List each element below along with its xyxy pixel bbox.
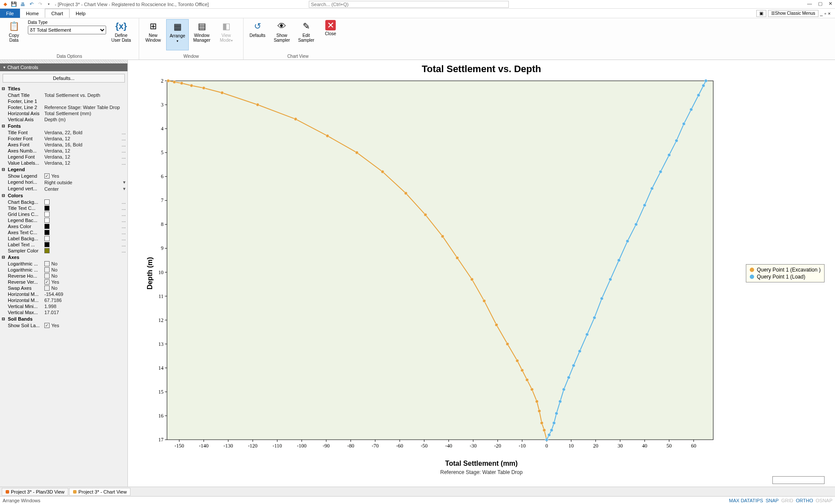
prop-value[interactable]: Verdana, 12	[44, 160, 120, 166]
prop-value[interactable]: Total Settlement vs. Depth	[44, 93, 126, 98]
status-snap[interactable]: SNAP	[765, 498, 778, 503]
prop-value[interactable]	[44, 199, 120, 205]
defaults-button[interactable]: ↺ Defaults	[246, 19, 269, 50]
prop-value[interactable]: Reference Stage: Water Table Drop	[44, 105, 126, 110]
checkbox-icon[interactable]	[44, 173, 50, 179]
prop-value[interactable]: Verdana, 12	[44, 154, 120, 159]
cat-colors[interactable]: Colors	[2, 192, 126, 199]
show-sampler-button[interactable]: 👁 Show Sampler	[271, 19, 293, 50]
minimize-icon[interactable]: —	[807, 1, 812, 7]
property-grid[interactable]: Titles Chart TitleTotal Settlement vs. D…	[0, 85, 127, 487]
qat-dropdown-icon[interactable]: ▾	[45, 1, 52, 8]
close-icon[interactable]: ✕	[828, 1, 832, 7]
data-type-select[interactable]: δT Total Settlement	[28, 26, 106, 34]
chevron-down-icon[interactable]: ▾	[121, 186, 126, 192]
status-ortho[interactable]: ORTHO	[796, 498, 813, 503]
prop-value[interactable]: No	[44, 267, 126, 272]
prop-value[interactable]: No	[44, 285, 126, 291]
menu-chart[interactable]: Chart	[45, 9, 70, 18]
status-max-datatips[interactable]: MAX DATATIPS	[729, 498, 763, 503]
svg-point-94	[495, 323, 498, 326]
undo-icon[interactable]: ↶	[28, 1, 35, 8]
arrange-button[interactable]: ▦ Arrange▾	[166, 19, 189, 50]
cat-soil[interactable]: Soil Bands	[2, 315, 126, 322]
prop-value[interactable]	[44, 230, 120, 235]
window-manager-button[interactable]: ▤ Window Manager	[190, 19, 213, 50]
status-osnap[interactable]: OSNAP	[815, 498, 832, 503]
cat-titles[interactable]: Titles	[2, 85, 126, 92]
prop-value[interactable]: No	[44, 273, 126, 279]
mdi-close-icon[interactable]: ×	[828, 11, 831, 16]
plot-svg[interactable]: -150-140-130-120-110-100-90-80-70-60-50-…	[145, 76, 826, 453]
arrange-icon: ▦	[171, 20, 184, 33]
menu-help[interactable]: Help	[70, 9, 92, 18]
prop-value[interactable]: Right outside	[44, 179, 121, 185]
legend[interactable]: Query Point 1 (Excavation ) Query Point …	[746, 264, 825, 282]
prop-value[interactable]	[44, 218, 120, 223]
status-grid[interactable]: GRID	[781, 498, 793, 503]
prop-value[interactable]: Yes	[44, 279, 126, 285]
new-window-button[interactable]: ⊞ New Window	[142, 19, 164, 50]
svg-text:4: 4	[161, 126, 164, 132]
checkbox-icon[interactable]	[44, 261, 50, 266]
search-input[interactable]	[309, 1, 509, 8]
prop-value[interactable]: 67.7186	[44, 298, 126, 303]
menu-home[interactable]: Home	[20, 9, 45, 18]
close-chart-button[interactable]: ✕ Close	[319, 19, 342, 50]
prop-value[interactable]: Verdana, 12	[44, 136, 120, 141]
prop-value[interactable]: 1.998	[44, 304, 126, 309]
prop-value[interactable]: Yes	[44, 173, 126, 179]
prop-value[interactable]: Verdana, 16, Bold	[44, 142, 120, 147]
mdi-min-icon[interactable]: _	[820, 11, 823, 16]
redo-icon[interactable]: ↷	[37, 1, 43, 8]
svg-text:-120: -120	[248, 443, 257, 449]
print-icon[interactable]: 🖶	[19, 1, 26, 8]
prop-value[interactable]: No	[44, 261, 126, 266]
legend-row-2[interactable]: Query Point 1 (Load)	[750, 273, 821, 280]
cat-axes[interactable]: Axes	[2, 254, 126, 261]
edit-sampler-button[interactable]: ✎ Edit Sampler	[295, 19, 317, 50]
prop-value[interactable]: Yes	[44, 323, 126, 328]
prop-value[interactable]	[44, 206, 120, 211]
ribbon-toggle-icon[interactable]: ▣	[756, 10, 766, 17]
tab-chart-view[interactable]: Project 3* - Chart View	[69, 488, 130, 496]
prop-value[interactable]: Verdana, 12	[44, 148, 120, 153]
mdi-max-icon[interactable]: ▫	[825, 11, 826, 16]
menu-file[interactable]: File	[0, 9, 20, 18]
define-user-data-button[interactable]: {x} Define User Data	[109, 19, 134, 50]
save-icon[interactable]: 💾	[10, 1, 17, 8]
search-box[interactable]	[309, 1, 509, 8]
prop-value[interactable]	[44, 99, 126, 104]
checkbox-icon[interactable]	[44, 267, 50, 272]
chevron-down-icon[interactable]: ▾	[121, 179, 126, 185]
grip-texture[interactable]	[0, 60, 127, 63]
cat-fonts[interactable]: Fonts	[2, 123, 126, 129]
prop-value[interactable]	[44, 224, 120, 229]
prop-value[interactable]: 17.017	[44, 310, 126, 315]
show-classic-menus[interactable]: ☰ Show Classic Menus	[768, 10, 818, 17]
prop-value[interactable]: Total Settlement (mm)	[44, 111, 126, 116]
legend-row-1[interactable]: Query Point 1 (Excavation )	[750, 266, 821, 273]
prop-value[interactable]: Depth (m)	[44, 117, 126, 122]
prop-value[interactable]	[44, 242, 120, 247]
checkbox-icon[interactable]	[44, 323, 50, 328]
checkbox-icon[interactable]	[44, 285, 50, 291]
svg-point-131	[545, 438, 548, 441]
annotation-input[interactable]	[772, 476, 825, 484]
prop-value[interactable]	[44, 248, 120, 253]
svg-text:9: 9	[161, 245, 164, 251]
panel-header[interactable]: Chart Controls	[0, 63, 127, 71]
prop-value[interactable]	[44, 236, 120, 241]
checkbox-icon[interactable]	[44, 279, 50, 285]
checkbox-icon[interactable]	[44, 273, 50, 279]
cat-legend[interactable]: Legend	[2, 166, 126, 173]
restore-icon[interactable]: ▢	[818, 1, 822, 7]
prop-value[interactable]: Verdana, 22, Bold	[44, 130, 120, 135]
tab-plan-view[interactable]: Project 3* - Plan/3D View	[2, 488, 68, 496]
copy-data-button[interactable]: 📋 Copy Data	[3, 19, 25, 50]
svg-point-77	[167, 80, 170, 83]
prop-value[interactable]: Center	[44, 186, 121, 192]
prop-value[interactable]	[44, 212, 120, 217]
prop-value[interactable]: -154.469	[44, 292, 126, 297]
defaults-panel-button[interactable]: Defaults...	[3, 74, 125, 83]
